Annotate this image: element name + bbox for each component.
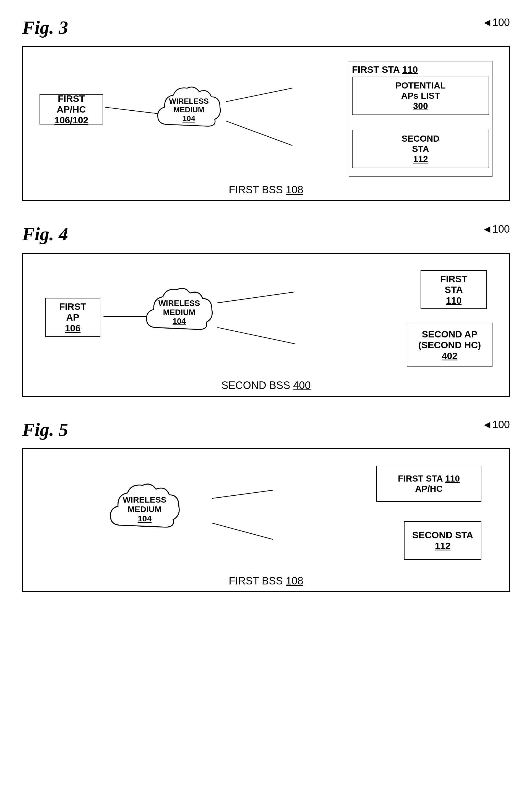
fig4-diagram: FIRSTAP 106 WIRELESS MEDIUM 104 FIRSTSTA…: [22, 253, 510, 397]
fig4-header: Fig. 4 ◄100: [22, 223, 510, 250]
potential-aps-label: POTENTIALAPs LIST: [356, 80, 485, 101]
fig3-ref: ◄100: [482, 17, 510, 29]
figure-4-section: Fig. 4 ◄100 FIRSTAP 106 WIRELESS MEDIUM …: [22, 223, 510, 397]
wireless-medium-cloud-fig4: WIRELESS MEDIUM 104: [142, 284, 216, 342]
figure-5-section: Fig. 5 ◄100 WIRELESS MEDIUM 104 FIRST ST…: [22, 419, 510, 592]
svg-line-2: [226, 121, 292, 146]
first-sta-outer-box: FIRST STA 110 POTENTIALAPs LIST 300 SECO…: [349, 61, 492, 177]
cloud-shape-fig5: WIRELESS MEDIUM 104: [106, 480, 183, 541]
first-sta-label-fig4: FIRSTSTA: [440, 274, 467, 295]
svg-line-13: [212, 523, 273, 539]
first-ap-box-fig4: FIRSTAP 106: [45, 298, 100, 337]
first-ap-hc-label: FIRST AP/HC: [43, 93, 99, 115]
fig3-bss-label: FIRST BSS 108: [229, 184, 303, 196]
svg-text:WIRELESS: WIRELESS: [123, 495, 167, 504]
svg-line-8: [217, 327, 295, 344]
fig3-diagram: FIRST AP/HC 106/102 WIRELESS MEDIUM 104 …: [22, 46, 510, 201]
second-sta-label-fig5: SECOND STA: [412, 530, 473, 541]
potential-aps-ref: 300: [413, 101, 428, 111]
first-ap-hc-box: FIRST AP/HC 106/102: [40, 94, 103, 125]
svg-text:MEDIUM: MEDIUM: [163, 308, 195, 317]
fig3-header: Fig. 3 ◄100: [22, 17, 510, 43]
svg-text:MEDIUM: MEDIUM: [173, 106, 204, 114]
second-ap-ref-fig4: 402: [442, 351, 458, 361]
svg-text:MEDIUM: MEDIUM: [128, 505, 162, 514]
second-ap-box-fig4: SECOND AP(SECOND HC) 402: [407, 323, 492, 367]
fig3-label: Fig. 3: [22, 17, 68, 38]
fig5-bss-label: FIRST BSS 108: [229, 575, 303, 587]
fig5-label: Fig. 5: [22, 419, 68, 441]
svg-text:WIRELESS: WIRELESS: [158, 299, 200, 307]
second-sta-ref-fig3: 112: [413, 154, 428, 164]
first-sta-label-fig3: FIRST STA 110: [352, 64, 418, 75]
fig4-label: Fig. 4: [22, 223, 68, 245]
fig5-header: Fig. 5 ◄100: [22, 419, 510, 446]
first-sta-box-fig5: FIRST STA 110 AP/HC: [376, 466, 481, 502]
svg-text:104: 104: [183, 114, 195, 123]
fig5-diagram: WIRELESS MEDIUM 104 FIRST STA 110 AP/HC …: [22, 448, 510, 592]
svg-text:104: 104: [138, 514, 152, 523]
first-sta-box-fig4: FIRSTSTA 110: [421, 270, 487, 309]
second-sta-label-fig3: SECONDSTA: [356, 134, 485, 154]
cloud-shape-fig3: WIRELESS MEDIUM 104: [153, 83, 225, 138]
second-sta-ref-fig5: 112: [435, 541, 451, 551]
svg-text:104: 104: [173, 317, 186, 325]
first-ap-hc-ref: 106/102: [55, 115, 89, 125]
fig4-ref: ◄100: [482, 223, 510, 235]
fig4-bss-label: SECOND BSS 400: [221, 379, 310, 391]
figure-3-section: Fig. 3 ◄100 FIRST AP/HC 106/102 WIRELESS…: [22, 17, 510, 201]
first-sta-label-fig5: FIRST STA 110: [398, 473, 460, 484]
svg-line-7: [217, 292, 295, 303]
cloud-shape-fig4: WIRELESS MEDIUM 104: [142, 284, 216, 342]
fig5-ref: ◄100: [482, 419, 510, 431]
svg-line-1: [226, 88, 292, 101]
first-ap-ref-fig4: 106: [65, 323, 81, 333]
svg-line-12: [212, 490, 273, 499]
first-sta-sub-fig5: AP/HC: [415, 484, 443, 494]
second-ap-label-fig4: SECOND AP(SECOND HC): [418, 329, 481, 351]
second-sta-box-fig5: SECOND STA 112: [404, 521, 481, 560]
wireless-medium-cloud-fig3: WIRELESS MEDIUM 104: [153, 83, 225, 138]
wireless-medium-cloud-fig5: WIRELESS MEDIUM 104: [106, 480, 183, 541]
svg-text:WIRELESS: WIRELESS: [169, 97, 209, 106]
first-ap-label-fig4: FIRSTAP: [59, 301, 86, 323]
first-sta-ref-fig4: 110: [446, 295, 462, 306]
